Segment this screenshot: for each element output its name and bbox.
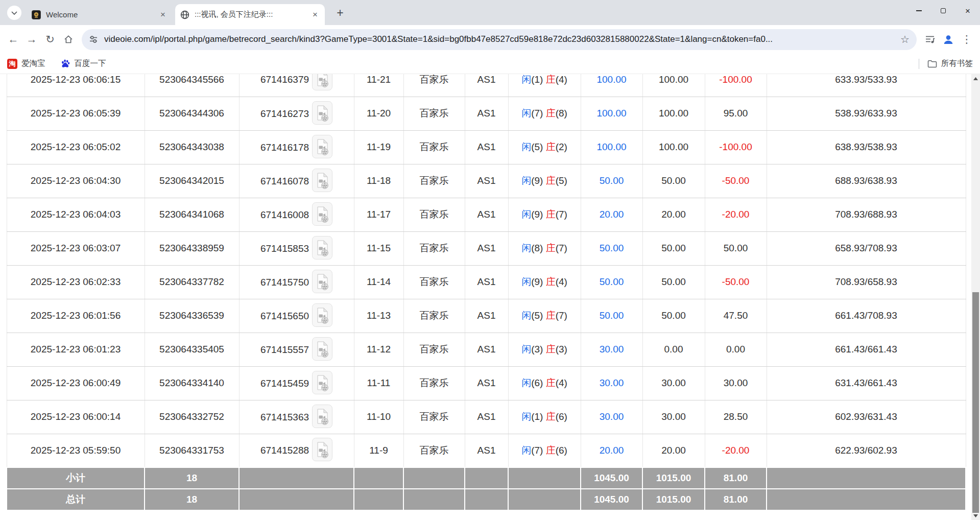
site-settings-tune-icon[interactable] xyxy=(89,35,98,44)
bet-amount-link[interactable]: 50.00 xyxy=(600,243,624,253)
video-replay-button[interactable] xyxy=(312,405,332,430)
browser-window: Welcome × :::视讯, 会员下注纪录::: × + × ← → ↻ v… xyxy=(0,0,980,520)
cell-game-id: 671415750 xyxy=(239,265,354,299)
tab-bet-record[interactable]: :::视讯, 会员下注纪录::: × xyxy=(175,4,325,25)
game-id-text: 671415853 xyxy=(260,243,309,253)
cell-bet-id: 523064337782 xyxy=(145,265,239,299)
scroll-down-button[interactable] xyxy=(971,511,980,520)
cell-balance: 661.43/661.43 xyxy=(767,333,966,366)
url-text[interactable]: videoie.com/ipl/portal.php/game/betrecor… xyxy=(104,34,895,44)
video-replay-button[interactable] xyxy=(312,74,332,92)
cell-game-id: 671415363 xyxy=(239,400,354,434)
video-replay-button[interactable] xyxy=(312,270,332,295)
forward-button[interactable]: → xyxy=(22,30,41,49)
bookmark-item-baidu[interactable]: 百度一下 xyxy=(61,58,106,69)
cell-winloss: -50.00 xyxy=(705,265,767,299)
video-replay-button[interactable] xyxy=(312,371,332,396)
bet-amount-link[interactable]: 30.00 xyxy=(600,411,624,422)
summary-label: 总计 xyxy=(7,489,145,510)
cell-table-name: AS1 xyxy=(465,74,508,97)
table-row: 2025-12-23 06:04:30 523064342015 6714160… xyxy=(7,164,966,198)
cell-table-name: AS1 xyxy=(465,97,508,130)
bookmark-item-taobao[interactable]: 淘 爱淘宝 xyxy=(7,58,45,69)
video-replay-button[interactable] xyxy=(312,135,332,160)
table-row: 2025-12-23 06:02:33 523064337782 6714157… xyxy=(7,265,966,299)
tab-close-icon[interactable]: × xyxy=(310,10,320,19)
profile-button[interactable] xyxy=(939,30,958,49)
video-replay-button[interactable] xyxy=(312,337,332,362)
cell-bet-amount: 30.00 xyxy=(581,333,642,366)
cell-valid-amount: 100.00 xyxy=(642,97,705,130)
cell-result: 闲(1) 庄(4) xyxy=(508,74,581,97)
cell-bet-time: 2025-12-23 06:00:14 xyxy=(7,400,145,434)
bookmark-star-icon[interactable]: ☆ xyxy=(900,33,910,45)
cell-table-name: AS1 xyxy=(465,299,508,333)
bet-amount-link[interactable]: 50.00 xyxy=(600,175,624,186)
cell-bet-amount: 20.00 xyxy=(581,434,642,467)
video-replay-button[interactable] xyxy=(312,202,332,227)
new-tab-button[interactable]: + xyxy=(333,6,347,20)
cell-balance: 638.93/538.93 xyxy=(767,130,966,164)
scrollbar[interactable] xyxy=(971,74,980,520)
bet-amount-link[interactable]: 100.00 xyxy=(596,108,626,119)
scroll-thumb[interactable] xyxy=(972,292,979,513)
cell-valid-amount: 20.00 xyxy=(642,434,705,467)
cell-table-name: AS1 xyxy=(465,333,508,366)
tab-close-icon[interactable]: × xyxy=(158,10,168,19)
video-replay-button[interactable] xyxy=(312,438,332,463)
bet-amount-link[interactable]: 20.00 xyxy=(600,209,624,220)
globe-icon xyxy=(180,10,189,19)
video-file-icon xyxy=(312,101,332,125)
cell-game-name: 百家乐 xyxy=(403,97,465,130)
menu-button[interactable]: ⋮ xyxy=(958,30,976,49)
forward-icon: → xyxy=(27,33,37,45)
cell-result: 闲(9) 庄(4) xyxy=(508,265,581,299)
result-player-label: 闲 xyxy=(521,310,531,321)
summary-empty-cell xyxy=(354,467,403,489)
bet-amount-link[interactable]: 30.00 xyxy=(600,344,624,354)
all-bookmarks-button[interactable]: 所有书签 xyxy=(941,58,973,69)
tab-welcome[interactable]: Welcome × xyxy=(27,4,173,25)
bet-amount-link[interactable]: 100.00 xyxy=(596,141,626,152)
close-window-button[interactable]: × xyxy=(955,0,980,21)
tab-search-button[interactable] xyxy=(7,6,21,20)
video-file-icon xyxy=(312,438,332,461)
video-replay-button[interactable] xyxy=(312,169,332,194)
video-replay-button[interactable] xyxy=(312,236,332,261)
scroll-up-button[interactable] xyxy=(971,74,980,83)
reload-icon: ↻ xyxy=(45,33,55,45)
reload-button[interactable]: ↻ xyxy=(41,30,59,49)
summary-empty-cell xyxy=(465,467,508,489)
result-player-score: (9) xyxy=(531,209,543,220)
bet-table-body: 2025-12-23 06:06:15 523064345566 6714163… xyxy=(7,74,966,467)
maximize-button[interactable] xyxy=(931,0,955,21)
table-row: 2025-12-23 05:59:50 523064331753 6714152… xyxy=(7,434,966,467)
bet-amount-link[interactable]: 30.00 xyxy=(600,377,624,388)
bet-amount-link[interactable]: 100.00 xyxy=(596,74,626,85)
game-id-text: 671416178 xyxy=(260,141,309,152)
summary-valid: 1015.00 xyxy=(642,489,705,510)
video-replay-button[interactable] xyxy=(312,303,332,328)
result-banker-label: 庄 xyxy=(546,74,556,85)
cell-winloss: 50.00 xyxy=(705,231,767,265)
cell-valid-amount: 50.00 xyxy=(642,231,705,265)
cell-bet-id: 523064334140 xyxy=(145,366,239,400)
cell-balance: 538.93/633.93 xyxy=(767,97,966,130)
table-row: 2025-12-23 06:06:15 523064345566 6714163… xyxy=(7,74,966,97)
bet-amount-link[interactable]: 20.00 xyxy=(600,445,624,456)
media-controls-button[interactable] xyxy=(921,30,939,49)
result-banker-score: (4) xyxy=(556,74,567,85)
home-button[interactable] xyxy=(59,30,78,49)
cell-table-name: AS1 xyxy=(465,130,508,164)
minimize-button[interactable] xyxy=(906,0,931,21)
address-bar[interactable]: videoie.com/ipl/portal.php/game/betrecor… xyxy=(82,29,917,50)
bet-amount-link[interactable]: 50.00 xyxy=(600,276,624,287)
game-id-text: 671415557 xyxy=(260,344,309,354)
back-button[interactable]: ← xyxy=(4,30,22,49)
video-replay-button[interactable] xyxy=(312,101,332,126)
cell-game-id: 671416008 xyxy=(239,198,354,231)
cell-balance: 622.93/602.93 xyxy=(767,434,966,467)
cell-bet-id: 523064331753 xyxy=(145,434,239,467)
bet-amount-link[interactable]: 50.00 xyxy=(600,310,624,321)
cell-game-name: 百家乐 xyxy=(403,366,465,400)
